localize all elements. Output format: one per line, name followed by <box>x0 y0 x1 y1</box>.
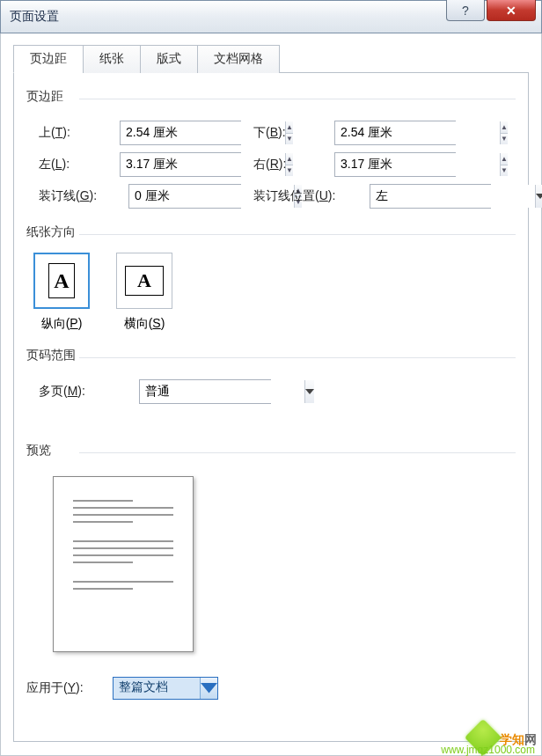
right-label: 右(R): <box>253 157 322 172</box>
preview-group-label: 预览 <box>26 439 516 464</box>
left-spinner[interactable]: ▲▼ <box>120 152 241 177</box>
gutter-pos-input[interactable] <box>370 185 535 208</box>
landscape-icon: A <box>125 266 164 296</box>
orientation-landscape[interactable]: A 横向(S) <box>116 253 172 332</box>
top-spinner[interactable]: ▲▼ <box>120 121 241 145</box>
right-spinner[interactable]: ▲▼ <box>334 152 456 177</box>
top-label: 上(T): <box>39 125 107 141</box>
bottom-input[interactable] <box>335 121 500 144</box>
left-label: 左(L): <box>39 157 107 172</box>
close-icon: ✕ <box>506 4 516 18</box>
spin-up-icon[interactable]: ▲ <box>501 121 508 133</box>
bottom-spinner[interactable]: ▲▼ <box>334 121 456 145</box>
help-button[interactable]: ? <box>446 0 485 21</box>
multi-label: 多页(M): <box>39 384 127 400</box>
dropdown-button[interactable] <box>304 380 314 403</box>
chevron-down-icon <box>305 389 314 394</box>
gutter-label: 装订线(G): <box>39 188 116 204</box>
close-button[interactable]: ✕ <box>487 0 536 21</box>
gutter-spinner[interactable]: ▲▼ <box>128 184 241 209</box>
gutter-pos-label: 装订线位置(U): <box>253 188 357 204</box>
apply-combo[interactable]: 整篇文档 <box>113 677 218 700</box>
tab-grid[interactable]: 文档网格 <box>197 45 280 73</box>
titlebar: 页面设置 ? ✕ <box>0 0 542 33</box>
dropdown-button[interactable] <box>535 185 542 208</box>
chevron-down-icon <box>536 194 542 199</box>
apply-value: 整篇文档 <box>114 678 200 699</box>
dialog-client: 页边距 纸张 版式 文档网格 页边距 上(T): ▲▼ 下(B): ▲▼ <box>0 33 542 756</box>
margins-group-label: 页边距 <box>26 85 516 110</box>
tab-paper[interactable]: 纸张 <box>83 45 141 73</box>
pages-group-label: 页码范围 <box>26 344 516 369</box>
tabstrip: 页边距 纸张 版式 文档网格 <box>13 44 529 73</box>
tab-layout[interactable]: 版式 <box>140 45 198 73</box>
bottom-label: 下(B): <box>253 125 322 141</box>
preview-group: 预览 <box>26 439 516 652</box>
watermark-url: www.jmqz1000.com <box>441 744 535 756</box>
gutter-pos-combo[interactable] <box>370 184 491 209</box>
help-icon: ? <box>462 4 469 18</box>
dropdown-button[interactable] <box>200 678 217 699</box>
right-input[interactable] <box>335 153 500 176</box>
preview-page <box>53 476 194 652</box>
orientation-group: 纸张方向 A 纵向(P) A 横向(S) <box>26 221 516 332</box>
apply-label: 应用于(Y): <box>26 680 100 696</box>
orientation-group-label: 纸张方向 <box>26 221 516 246</box>
portrait-label: 纵向(P) <box>33 316 90 332</box>
orientation-portrait[interactable]: A 纵向(P) <box>33 253 90 332</box>
tab-margins[interactable]: 页边距 <box>13 45 84 73</box>
tab-content: 页边距 上(T): ▲▼ 下(B): ▲▼ 左(L): <box>13 73 529 742</box>
multi-combo[interactable] <box>139 379 271 404</box>
landscape-label: 横向(S) <box>116 316 172 332</box>
window-title: 页面设置 <box>1 9 59 25</box>
pages-group: 页码范围 多页(M): <box>26 344 516 404</box>
margins-group: 页边距 上(T): ▲▼ 下(B): ▲▼ 左(L): <box>26 85 516 209</box>
portrait-icon: A <box>48 263 75 298</box>
spin-down-icon[interactable]: ▼ <box>501 165 508 177</box>
multi-input[interactable] <box>140 380 304 403</box>
spin-up-icon[interactable]: ▲ <box>501 153 508 165</box>
spin-down-icon[interactable]: ▼ <box>501 133 508 145</box>
chevron-down-icon <box>201 683 217 693</box>
